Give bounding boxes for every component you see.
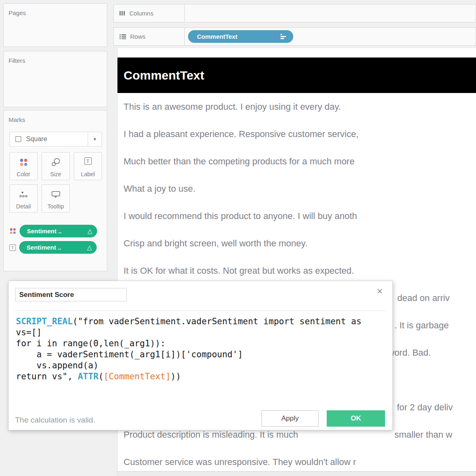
detail-button[interactable]: Detail — [9, 184, 38, 213]
tooltip-button-label: Tooltip — [47, 203, 64, 210]
comment-row[interactable]: What a joy to use. — [117, 175, 476, 202]
label-button[interactable]: T Label — [74, 152, 102, 180]
color-icon — [10, 157, 37, 167]
pill-label: Sentiment .. — [27, 244, 61, 251]
comment-row[interactable]: This is an awesome product. I enjoy usin… — [117, 93, 476, 120]
pages-label: Pages — [4, 4, 107, 16]
columns-shelf-label: Columns — [129, 10, 153, 17]
color-encoding-icon — [9, 228, 16, 235]
square-mark-icon — [15, 136, 21, 142]
size-icon — [42, 157, 69, 167]
comment-row[interactable]: Much better than the competing products … — [117, 148, 476, 175]
pill-sentiment-color[interactable]: Sentiment .. △ — [20, 225, 97, 237]
close-icon[interactable]: × — [374, 286, 385, 297]
label-icon: T — [74, 157, 102, 165]
marks-pill-row: T Sentiment .. △ — [9, 241, 97, 254]
rows-shelf[interactable]: Rows CommentText — [113, 27, 476, 46]
tooltip-button[interactable]: Tooltip — [42, 184, 70, 213]
marks-card: Marks Square ▾ Color — [3, 110, 107, 271]
rows-icon — [120, 34, 126, 39]
size-button[interactable]: Size — [42, 152, 70, 180]
marks-pill-row: Sentiment .. △ — [9, 225, 97, 237]
columns-shelf[interactable]: Columns — [113, 4, 476, 22]
sort-icon — [280, 34, 287, 39]
pill-label: CommentText — [197, 33, 237, 40]
comment-row[interactable]: Crisp and bright screen, well worth the … — [117, 230, 476, 257]
apply-button[interactable]: Apply — [261, 410, 319, 427]
comment-row[interactable]: I had a pleasant experience. Responsive … — [117, 120, 476, 148]
comment-row[interactable]: It is OK for what it costs. Not great bu… — [117, 257, 476, 284]
marks-label: Marks — [4, 111, 107, 123]
comment-row[interactable]: I would recommend this product to anyone… — [117, 202, 476, 230]
calculation-status: The calculation is valid. — [15, 416, 95, 425]
ok-button[interactable]: OK — [327, 410, 385, 427]
table-calc-delta-icon: △ — [87, 244, 92, 251]
columns-shelf-head: Columns — [114, 4, 185, 22]
pill-commenttext[interactable]: CommentText — [188, 30, 293, 43]
label-button-label: Label — [81, 171, 95, 177]
detail-button-label: Detail — [16, 203, 31, 210]
detail-icon — [10, 190, 37, 199]
column-header-band: CommentText — [117, 58, 476, 93]
rows-shelf-label: Rows — [130, 33, 146, 40]
text-encoding-icon: T — [9, 244, 16, 251]
rows-shelf-head: Rows — [114, 28, 185, 45]
calculated-field-dialog: × SCRIPT_REAL("from vaderSentiment.vader… — [8, 281, 393, 430]
mark-type-dropdown[interactable]: Square ▾ — [9, 132, 102, 146]
mark-type-value: Square — [26, 135, 47, 143]
code-editor[interactable]: SCRIPT_REAL("from vaderSentiment.vaderSe… — [16, 316, 391, 382]
filters-label: Filters — [4, 51, 107, 64]
pill-sentiment-label[interactable]: Sentiment .. △ — [19, 241, 97, 254]
columns-icon — [120, 11, 125, 16]
tooltip-icon — [42, 190, 69, 199]
pill-label: Sentiment .. — [27, 228, 62, 235]
column-header-title: CommentText — [124, 69, 204, 82]
dialog-divider — [15, 310, 386, 311]
calculation-name-input[interactable] — [15, 288, 127, 301]
horizontal-scrollbar[interactable] — [117, 471, 476, 476]
filters-shelf[interactable]: Filters — [3, 51, 107, 107]
table-calc-delta-icon: △ — [87, 228, 92, 235]
pages-shelf[interactable]: Pages — [3, 3, 107, 47]
color-button[interactable]: Color — [9, 152, 38, 180]
color-button-label: Color — [17, 171, 30, 177]
size-button-label: Size — [50, 171, 61, 177]
chevron-down-icon[interactable]: ▾ — [88, 132, 102, 146]
